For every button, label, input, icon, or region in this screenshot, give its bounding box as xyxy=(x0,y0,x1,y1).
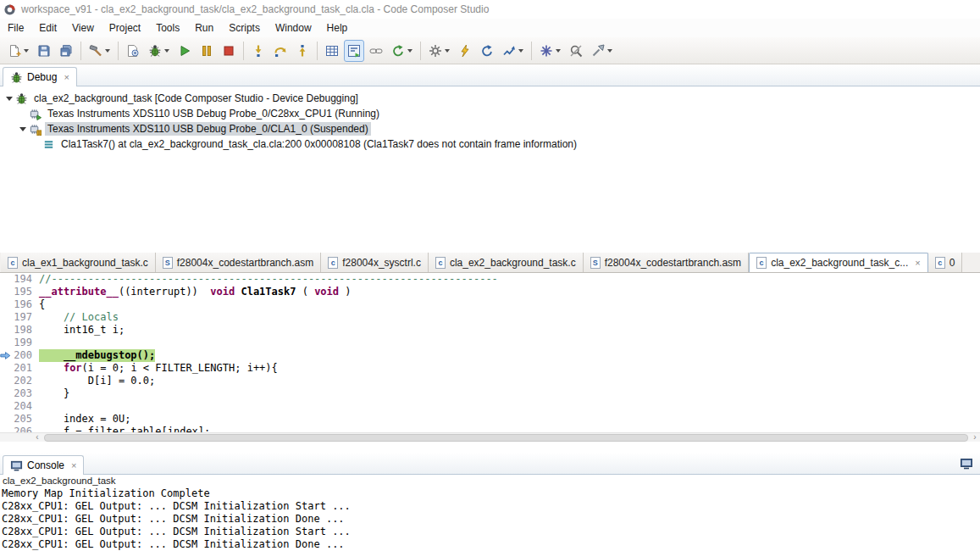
menu-tools[interactable]: Tools xyxy=(148,19,187,36)
refresh-button[interactable] xyxy=(477,40,497,62)
dropdown-arrow-icon[interactable] xyxy=(407,49,412,53)
close-console-icon[interactable]: × xyxy=(71,461,76,470)
console-icon xyxy=(10,459,23,472)
code-line[interactable]: 200 __mdebugstop(); xyxy=(0,349,980,362)
menu-help[interactable]: Help xyxy=(319,19,356,36)
build-button[interactable] xyxy=(86,40,114,62)
annotation-gutter xyxy=(0,426,14,432)
editor-tab[interactable]: Sf28004x_codestartbranch.asm xyxy=(584,253,749,272)
editor-tab[interactable]: Sf28004x_codestartbranch.asm xyxy=(156,253,321,272)
suspend-button[interactable] xyxy=(197,40,217,62)
debug-tree-row[interactable]: Cla1Task7() at cla_ex2_background_task_c… xyxy=(0,136,980,152)
menu-file[interactable]: File xyxy=(0,19,31,36)
dropdown-arrow-icon[interactable] xyxy=(445,49,450,53)
close-view-icon[interactable]: × xyxy=(64,73,69,82)
scroll-left-icon[interactable]: ‹ xyxy=(32,433,42,442)
tools-menu-button[interactable] xyxy=(588,40,616,62)
new-target-configuration-button[interactable] xyxy=(123,40,143,62)
menu-view[interactable]: View xyxy=(64,19,102,36)
editor-tab[interactable]: ccla_ex2_background_task_c...× xyxy=(749,253,928,273)
code-line[interactable]: 195__attribute__((interrupt)) void Cla1T… xyxy=(0,286,980,298)
dropdown-arrow-icon[interactable] xyxy=(164,49,169,53)
save-button[interactable] xyxy=(34,40,54,62)
editor-tab-label: cla_ex1_background_task.c xyxy=(22,257,148,269)
debug-button[interactable] xyxy=(145,40,173,62)
dropdown-arrow-icon[interactable] xyxy=(518,49,523,53)
close-tab-icon[interactable]: × xyxy=(915,259,920,268)
console-tab-label: Console xyxy=(27,459,64,471)
assembly-step-mode-button[interactable] xyxy=(344,40,364,62)
console-view-tab[interactable]: Console × xyxy=(3,455,84,475)
scrollbar-thumb[interactable] xyxy=(44,434,968,442)
chevron-expanded-icon[interactable] xyxy=(5,93,15,103)
code-line[interactable]: 203 } xyxy=(0,387,980,400)
link-views-button[interactable] xyxy=(366,40,386,62)
code-line[interactable]: 205 index = 0U; xyxy=(0,413,980,426)
editor-tab[interactable]: c0 xyxy=(928,253,963,272)
refresh-icon xyxy=(480,44,494,58)
dropdown-arrow-icon[interactable] xyxy=(24,49,29,53)
code-line[interactable]: 198 int16_t i; xyxy=(0,324,980,337)
restart-icon xyxy=(391,44,405,58)
annotation-gutter xyxy=(0,362,14,375)
editor-tab-label: f28004x_codestartbranch.asm xyxy=(605,257,741,269)
target-config-icon xyxy=(126,44,140,58)
editor-tab[interactable]: ccla_ex1_background_task.c xyxy=(1,253,156,272)
flash-program-button[interactable] xyxy=(455,40,475,62)
code-text: int16_t i; xyxy=(39,324,125,337)
dropdown-arrow-icon[interactable] xyxy=(607,49,612,53)
search-disabled-button[interactable] xyxy=(566,40,586,62)
debug-view-tab[interactable]: Debug × xyxy=(3,67,77,86)
editor-tab[interactable]: ccla_ex2_background_task.c xyxy=(429,253,584,272)
code-line[interactable]: 197 // Locals xyxy=(0,311,980,324)
memory-browser-button[interactable] xyxy=(322,40,342,62)
code-line[interactable]: 194//-----------------------------------… xyxy=(0,273,980,286)
chevron-expanded-icon[interactable] xyxy=(19,124,29,134)
panel-sash[interactable] xyxy=(0,442,980,453)
dropdown-arrow-icon[interactable] xyxy=(105,49,110,53)
open-console-icon[interactable] xyxy=(960,457,973,470)
code-line[interactable]: 196{ xyxy=(0,298,980,311)
step-over-button[interactable] xyxy=(270,40,291,62)
code-line[interactable]: 201 for(i = 0; i < FILTER_LENGTH; i++){ xyxy=(0,362,980,375)
menu-run[interactable]: Run xyxy=(187,19,221,36)
play-icon xyxy=(178,44,191,58)
console-process-title: cla_ex2_background_task xyxy=(0,475,980,487)
step-return-button[interactable] xyxy=(292,40,313,62)
code-line[interactable]: 199 xyxy=(0,337,980,349)
new-button[interactable] xyxy=(4,40,32,62)
file-type-icon: c xyxy=(328,257,338,269)
trace-button[interactable] xyxy=(499,40,527,62)
menu-project[interactable]: Project xyxy=(102,19,148,36)
editor-tab-label: f28004x_sysctrl.c xyxy=(342,257,421,269)
resume-button[interactable] xyxy=(174,40,195,62)
new-breakpoint-button[interactable] xyxy=(536,40,564,62)
editor-horizontal-scrollbar[interactable]: ‹ › xyxy=(0,432,980,442)
step-into-button[interactable] xyxy=(248,40,269,62)
menu-window[interactable]: Window xyxy=(268,19,319,36)
terminate-button[interactable] xyxy=(219,40,239,62)
save-all-button[interactable] xyxy=(56,40,76,62)
debug-tree-row[interactable]: Texas Instruments XDS110 USB Debug Probe… xyxy=(0,106,980,121)
annotation-gutter xyxy=(0,286,14,298)
dropdown-arrow-icon[interactable] xyxy=(556,49,561,53)
file-type-icon: c xyxy=(935,257,945,269)
debug-tree-row[interactable]: Texas Instruments XDS110 USB Debug Probe… xyxy=(0,121,980,136)
debug-tree-row[interactable]: cla_ex2_background_task [Code Composer S… xyxy=(0,91,980,106)
annotation-gutter xyxy=(0,337,14,349)
cpu-reset-button[interactable] xyxy=(425,40,453,62)
title-bar: workspace_v91 - cla_ex2_background_task/… xyxy=(0,0,980,19)
code-line[interactable]: 204 xyxy=(0,400,980,413)
code-line[interactable]: 206 f = filter_table[index]; xyxy=(0,426,980,432)
menu-edit[interactable]: Edit xyxy=(31,19,64,36)
editor-tab-label: f28004x_codestartbranch.asm xyxy=(177,257,313,269)
code-area[interactable]: 194//-----------------------------------… xyxy=(0,273,980,432)
restart-button[interactable] xyxy=(388,40,416,62)
editor-tab[interactable]: cf28004x_sysctrl.c xyxy=(321,253,429,272)
scroll-right-icon[interactable]: › xyxy=(970,433,980,442)
code-line[interactable]: 202 D[i] = 0.0; xyxy=(0,375,980,387)
menu-scripts[interactable]: Scripts xyxy=(221,19,268,36)
line-number: 195 xyxy=(14,286,39,298)
hammer-icon xyxy=(89,44,102,58)
console-output[interactable]: Memory Map Initialization CompleteC28xx_… xyxy=(0,487,980,551)
